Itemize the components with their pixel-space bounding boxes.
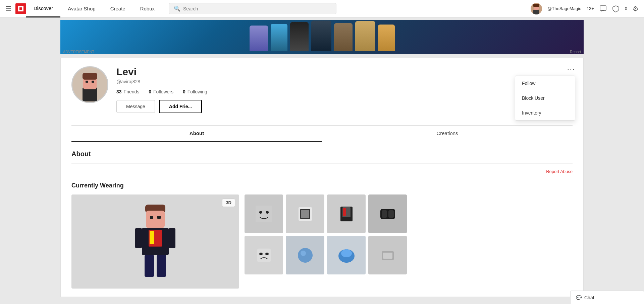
ad-banner: ADVERTISEMENT Report	[60, 20, 584, 55]
svg-rect-33	[343, 208, 346, 216]
friends-label: Friends	[124, 89, 140, 94]
ad-characters	[250, 22, 395, 52]
chat-label: Chat	[584, 295, 594, 300]
profile-menu-button[interactable]: ···	[567, 65, 575, 74]
profile-name: Levi	[116, 66, 573, 78]
item-thumb-1[interactable]	[245, 194, 283, 233]
profile-tabs: About Creations	[71, 125, 573, 142]
following-label: Following	[187, 89, 207, 94]
followers-count: 0	[149, 89, 151, 94]
svg-rect-20	[150, 231, 154, 244]
svg-point-40	[298, 248, 313, 263]
avatar	[531, 3, 542, 14]
following-count: 0	[183, 89, 185, 94]
dropdown-block-user[interactable]: Block User	[515, 91, 575, 105]
nav-username: @TheSageMagic	[547, 6, 581, 11]
item-thumb-4[interactable]	[368, 194, 407, 233]
profile-stats: 33 Friends 0 Followers 0 Following	[116, 89, 573, 94]
avatar-preview: 3D	[71, 194, 239, 289]
svg-rect-7	[600, 6, 606, 10]
roblox-logo	[15, 3, 26, 14]
svg-point-39	[265, 253, 269, 255]
item-thumb-7[interactable]	[327, 236, 366, 274]
profile-avatar	[71, 66, 108, 103]
nav-age-label: 13+	[587, 6, 594, 11]
item-thumb-5[interactable]	[245, 236, 283, 274]
robux-count: 0	[625, 6, 627, 11]
currently-wearing-title: Currently Wearing	[71, 182, 573, 189]
hamburger-menu[interactable]: ☰	[5, 5, 11, 13]
about-title: About	[71, 150, 573, 164]
dropdown-menu: Follow Block User Inventory	[515, 76, 575, 121]
search-icon: 🔍	[174, 5, 180, 12]
nav-create[interactable]: Create	[103, 0, 133, 17]
svg-point-38	[259, 253, 263, 255]
chat-bar[interactable]: 💬 Chat	[570, 291, 644, 304]
dropdown-follow[interactable]: Follow	[515, 76, 575, 91]
svg-point-41	[301, 251, 306, 256]
svg-point-26	[259, 211, 262, 214]
add-friend-button[interactable]: Add Frie...	[159, 100, 202, 113]
topnav: ☰ Discover Avatar Shop Create Robux 🔍	[0, 0, 644, 17]
svg-rect-6	[533, 10, 539, 14]
message-button[interactable]: Message	[116, 100, 155, 113]
wearing-section: 3D	[71, 194, 573, 289]
avatar-figure-svg	[122, 194, 189, 289]
svg-rect-45	[383, 253, 392, 259]
svg-rect-12	[86, 81, 88, 83]
ad-banner-container: ADVERTISEMENT Report	[0, 17, 644, 58]
svg-rect-2	[19, 7, 22, 10]
items-grid	[245, 194, 573, 289]
nav-avatar-shop[interactable]: Avatar Shop	[60, 0, 103, 17]
svg-point-43	[341, 249, 352, 257]
profile-header: Levi @aviraj828 33 Friends 0 Followers 0…	[71, 66, 573, 120]
svg-rect-9	[83, 87, 97, 101]
settings-icon-button[interactable]: ⚙	[633, 5, 639, 13]
item-thumb-8[interactable]	[368, 236, 407, 274]
profile-info: Levi @aviraj828 33 Friends 0 Followers 0…	[116, 66, 573, 113]
friends-count: 33	[116, 89, 122, 94]
btn-3d[interactable]: 3D	[222, 199, 235, 207]
svg-rect-25	[256, 206, 272, 222]
svg-rect-30	[301, 210, 309, 218]
svg-rect-15	[146, 211, 165, 228]
svg-rect-21	[135, 228, 142, 248]
svg-rect-11	[83, 73, 97, 80]
chat-icon: 💬	[576, 295, 582, 300]
followers-label: Followers	[153, 89, 173, 94]
profile-card: Levi @aviraj828 33 Friends 0 Followers 0…	[60, 58, 584, 142]
tab-creations[interactable]: Creations	[322, 126, 573, 142]
svg-rect-36	[388, 210, 394, 218]
chat-icon-button[interactable]	[599, 5, 607, 12]
report-abuse-link[interactable]: Report Abuse	[71, 169, 573, 174]
item-thumb-2[interactable]	[286, 194, 324, 233]
nav-right: @TheSageMagic 13+ 0 ⚙	[531, 3, 639, 14]
shield-icon-button[interactable]	[612, 5, 620, 12]
tab-about[interactable]: About	[71, 126, 322, 142]
svg-rect-17	[157, 216, 161, 219]
svg-rect-13	[92, 81, 94, 83]
search-bar: 🔍	[169, 3, 336, 14]
svg-rect-23	[145, 255, 154, 277]
item-thumb-6[interactable]	[286, 236, 324, 274]
content-area: About Report Abuse Currently Wearing 3D	[60, 142, 584, 297]
search-input[interactable]	[183, 6, 331, 11]
svg-rect-24	[157, 255, 166, 277]
dropdown-inventory[interactable]: Inventory	[515, 105, 575, 120]
nav-robux[interactable]: Robux	[133, 0, 162, 17]
svg-rect-35	[382, 210, 387, 218]
nav-discover[interactable]: Discover	[26, 0, 60, 17]
svg-rect-22	[169, 228, 175, 248]
svg-rect-37	[257, 249, 271, 262]
svg-rect-5	[533, 4, 539, 7]
ad-report-link[interactable]: Report	[570, 50, 581, 54]
nav-links: Discover Avatar Shop Create Robux	[26, 0, 162, 17]
ad-label: ADVERTISEMENT	[63, 50, 94, 54]
svg-point-27	[266, 211, 269, 214]
item-thumb-3[interactable]	[327, 194, 366, 233]
profile-handle: @aviraj828	[116, 79, 573, 84]
ad-image	[60, 20, 584, 54]
svg-rect-16	[150, 216, 153, 219]
profile-actions: Message Add Frie...	[116, 100, 573, 113]
